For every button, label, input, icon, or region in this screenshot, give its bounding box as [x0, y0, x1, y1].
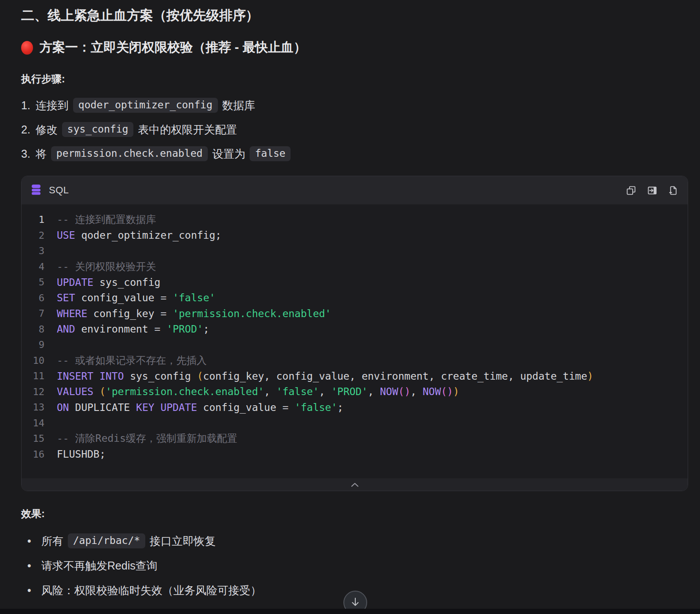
code-token: , [368, 386, 380, 397]
code-token: config_value [75, 292, 161, 303]
bullet-dot: • [27, 584, 31, 597]
code-token: ) [587, 370, 593, 382]
steps-list: 1. 连接到 qoder_optimizer_config 数据库 2. 修改 … [21, 96, 688, 163]
code-header-actions [625, 185, 679, 196]
code-line: 1-- 连接到配置数据库 [22, 212, 688, 228]
effect-text: 接口立即恢复 [150, 534, 216, 548]
code-token: environment [75, 323, 155, 335]
code-token [160, 323, 166, 335]
arrow-down-icon [350, 597, 360, 609]
code-token: -- 清除Redis缓存，强制重新加载配置 [57, 433, 237, 444]
code-token: ( [197, 370, 203, 382]
code-token: 'permission.check.enabled' [106, 386, 264, 397]
step-text: 连接到 [36, 98, 69, 113]
code-token: KEY UPDATE [136, 402, 197, 413]
code-token: ; [203, 323, 209, 335]
effect-text: 请求不再触发Redis查询 [41, 559, 158, 573]
code-language-label: SQL [49, 185, 69, 196]
section-heading: 二、线上紧急止血方案（按优先级排序） [21, 0, 688, 24]
inline-code: permission.check.enabled [51, 146, 208, 161]
code-line-content: INSERT INTO sys_config (config_key, conf… [57, 370, 593, 382]
code-line: 5UPDATE sys_config [22, 274, 688, 290]
line-number: 16 [22, 449, 44, 460]
step-text: 数据库 [222, 98, 255, 113]
code-line: 8AND environment = 'PROD'; [22, 322, 688, 337]
code-line-content: AND environment = 'PROD'; [57, 323, 209, 335]
code-token: , [410, 386, 423, 397]
line-number: 14 [22, 418, 44, 429]
step-text: 修改 [36, 122, 58, 137]
code-token: SET [57, 292, 75, 303]
step-text: 表中的权限开关配置 [138, 122, 237, 137]
code-line-content: ON DUPLICATE KEY UPDATE config_value = '… [57, 402, 343, 413]
code-token: VALUES [57, 386, 93, 397]
code-token: USE [57, 229, 75, 241]
effects-list: • 所有 /api/rbac/* 接口立即恢复 • 请求不再触发Redis查询 … [21, 532, 688, 599]
line-number: 1 [22, 214, 44, 225]
plan-heading-text: 方案一：立即关闭权限校验（推荐 - 最快止血） [40, 39, 306, 56]
code-block-header: SQL [22, 176, 688, 204]
code-token: ( [99, 386, 106, 397]
step-number: 1. [21, 99, 30, 112]
inline-code: sys_config [62, 122, 133, 137]
step-item-2: 2. 修改 sys_config 表中的权限开关配置 [21, 121, 688, 138]
code-line: 2USE qoder_optimizer_config; [22, 228, 688, 244]
code-token: 'false' [276, 386, 319, 397]
code-line: 4-- 关闭权限校验开关 [22, 259, 688, 275]
line-number: 6 [22, 292, 44, 303]
code-line: 9 [22, 337, 688, 353]
code-token: ) [453, 386, 459, 397]
code-token: FLUSHDB; [57, 448, 106, 460]
inline-code: false [250, 146, 291, 161]
line-number: 3 [22, 245, 44, 256]
code-line-content: VALUES ('permission.check.enabled', 'fal… [57, 386, 459, 397]
code-token: () [441, 386, 453, 397]
inline-code: qoder_optimizer_config [73, 98, 218, 113]
collapse-code-button[interactable] [22, 478, 688, 491]
code-token: NOW [423, 386, 441, 397]
effects-label: 效果: [21, 507, 688, 521]
code-token: sys_config [124, 370, 197, 382]
line-number: 15 [22, 433, 44, 444]
code-token: ; [337, 402, 343, 413]
line-number: 13 [22, 402, 44, 413]
code-line-content: -- 关闭权限校验开关 [57, 260, 156, 274]
code-token: sys_config [93, 277, 160, 288]
code-token: qoder_optimizer_config; [75, 229, 221, 241]
step-text: 设置为 [212, 147, 245, 161]
code-token: 'PROD' [331, 386, 368, 397]
new-file-icon[interactable] [667, 185, 679, 196]
code-line: 7WHERE config_key = 'permission.check.en… [22, 306, 688, 322]
code-token: 'permission.check.enabled' [173, 308, 331, 319]
code-token: () [398, 386, 411, 397]
code-token: UPDATE [57, 277, 93, 288]
code-token: 'PROD' [166, 323, 203, 335]
line-number: 7 [22, 308, 44, 319]
code-line: 10-- 或者如果记录不存在，先插入 [22, 353, 688, 369]
code-token: config_key [87, 308, 160, 319]
red-circle-icon [21, 41, 33, 55]
steps-label: 执行步骤: [21, 72, 688, 86]
step-text: 将 [36, 147, 47, 161]
code-line: 3 [22, 243, 688, 259]
line-number: 5 [22, 277, 44, 288]
code-token: 'false' [295, 402, 337, 413]
step-number: 3. [21, 148, 30, 160]
effect-item-1: • 所有 /api/rbac/* 接口立即恢复 [21, 532, 688, 550]
chat-message-panel: 二、线上紧急止血方案（按优先级排序） 方案一：立即关闭权限校验（推荐 - 最快止… [0, 0, 700, 614]
code-line: 16FLUSHDB; [22, 447, 688, 462]
insert-to-editor-icon[interactable] [646, 185, 658, 196]
database-icon [30, 184, 42, 197]
code-line: 12VALUES ('permission.check.enabled', 'f… [22, 384, 688, 400]
code-line-content: WHERE config_key = 'permission.check.ena… [57, 308, 331, 319]
code-line-content: -- 清除Redis缓存，强制重新加载配置 [57, 432, 237, 445]
code-token: , [319, 386, 331, 397]
copy-icon[interactable] [625, 185, 637, 196]
code-line-content: FLUSHDB; [57, 448, 106, 460]
code-line: 6SET config_value = 'false' [22, 290, 688, 306]
bullet-dot: • [27, 559, 31, 572]
code-token: -- 关闭权限校验开关 [57, 261, 156, 272]
code-token: -- 连接到配置数据库 [57, 214, 156, 225]
code-line: 11INSERT INTO sys_config (config_key, co… [22, 368, 688, 384]
line-number: 4 [22, 261, 44, 272]
